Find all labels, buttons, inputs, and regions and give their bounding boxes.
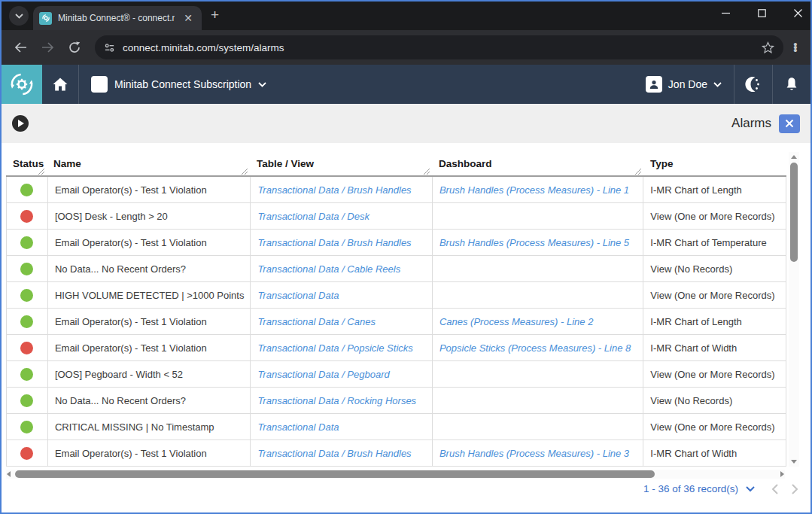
new-tab-button[interactable]: + bbox=[211, 7, 219, 23]
dashboard-link[interactable] bbox=[432, 203, 643, 229]
table-view-link[interactable]: Transactional Data / Brush Handles bbox=[250, 440, 432, 466]
table-view-link[interactable]: Transactional Data bbox=[250, 282, 432, 308]
forward-button[interactable] bbox=[36, 36, 59, 59]
column-resize-handle[interactable] bbox=[635, 169, 641, 175]
alarm-type-cell: View (One or More Records) bbox=[643, 361, 786, 387]
alarm-name-cell: [OOS] Pegboard - Width < 52 bbox=[47, 361, 250, 387]
status-cell bbox=[7, 177, 47, 202]
horizontal-scrollbar[interactable] bbox=[6, 470, 785, 479]
table-view-link[interactable]: Transactional Data / Desk bbox=[250, 203, 432, 229]
table-view-link[interactable]: Transactional Data / Cable Reels bbox=[250, 256, 432, 281]
minimize-button[interactable] bbox=[717, 5, 734, 21]
chevron-right-icon bbox=[792, 484, 798, 494]
table-row[interactable]: No Data... No Recent Orders? Transaction… bbox=[7, 388, 786, 414]
dashboard-link[interactable]: Brush Handles (Process Measures) - Line … bbox=[432, 177, 643, 202]
scroll-right-arrow[interactable] bbox=[780, 471, 784, 477]
table-row[interactable]: Email Operator(s) - Test 1 Violation Tra… bbox=[7, 230, 786, 256]
play-icon bbox=[17, 120, 24, 127]
column-header-name[interactable]: Name bbox=[47, 152, 250, 175]
dashboard-link[interactable] bbox=[432, 256, 643, 281]
alarms-content: Status Name Table / View Dashboard Type bbox=[2, 143, 810, 512]
column-header-label: Table / View bbox=[257, 158, 314, 169]
dashboard-link[interactable]: Canes (Process Measures) - Line 2 bbox=[432, 309, 643, 334]
notifications-button[interactable] bbox=[773, 65, 810, 104]
user-menu[interactable]: Jon Doe bbox=[634, 65, 734, 104]
url-text[interactable]: connect.minitab.com/system/alarms bbox=[123, 42, 754, 53]
alarm-name-cell: HIGH VOLUME DETECTED | >1000 Points bbox=[47, 282, 250, 308]
column-resize-handle[interactable] bbox=[424, 169, 430, 175]
column-header-type[interactable]: Type bbox=[643, 152, 786, 175]
panel-toolbar: Alarms bbox=[2, 104, 810, 143]
scroll-left-arrow[interactable] bbox=[7, 471, 11, 477]
dashboard-link[interactable] bbox=[432, 388, 643, 413]
page-title: Alarms bbox=[731, 116, 771, 131]
dashboard-link[interactable] bbox=[432, 361, 643, 387]
table-view-link[interactable]: Transactional Data / Rocking Horses bbox=[250, 388, 432, 413]
tab-close-icon[interactable]: ✕ bbox=[181, 11, 196, 25]
maximize-button[interactable] bbox=[753, 5, 770, 21]
table-row[interactable]: Email Operator(s) - Test 1 Violation Tra… bbox=[7, 309, 786, 335]
table-view-link[interactable]: Transactional Data bbox=[250, 414, 432, 439]
table-row[interactable]: HIGH VOLUME DETECTED | >1000 Points Tran… bbox=[7, 282, 786, 309]
home-icon bbox=[53, 78, 68, 91]
column-header-status[interactable]: Status bbox=[6, 152, 47, 175]
column-header-label: Type bbox=[650, 158, 674, 169]
column-header-table-view[interactable]: Table / View bbox=[250, 152, 432, 175]
tab-search-button[interactable] bbox=[9, 6, 29, 26]
reload-button[interactable] bbox=[63, 36, 86, 59]
table-view-link[interactable]: Transactional Data / Popsicle Sticks bbox=[250, 335, 432, 360]
alarm-name-cell: Email Operator(s) - Test 1 Violation bbox=[47, 177, 250, 202]
column-header-dashboard[interactable]: Dashboard bbox=[432, 152, 643, 175]
status-indicator bbox=[20, 236, 33, 249]
scroll-down-arrow[interactable] bbox=[791, 460, 797, 464]
tab-title: Minitab Connect® - connect.mi bbox=[58, 13, 175, 23]
vertical-scrollbar[interactable] bbox=[789, 152, 799, 467]
status-indicator bbox=[20, 184, 33, 196]
vertical-scrollbar-thumb[interactable] bbox=[790, 163, 798, 262]
close-window-button[interactable] bbox=[789, 5, 806, 21]
table-view-link[interactable]: Transactional Data / Brush Handles bbox=[250, 177, 432, 202]
column-resize-handle[interactable] bbox=[38, 169, 44, 175]
table-row[interactable]: Email Operator(s) - Test 1 Violation Tra… bbox=[7, 335, 786, 361]
status-indicator bbox=[20, 447, 33, 460]
table-view-link[interactable]: Transactional Data / Canes bbox=[250, 309, 432, 334]
expand-panel-button[interactable] bbox=[12, 115, 29, 132]
bookmark-star-icon[interactable] bbox=[762, 41, 774, 54]
close-icon bbox=[785, 119, 794, 128]
panel-title-group: Alarms bbox=[731, 114, 800, 133]
dashboard-link[interactable] bbox=[432, 282, 643, 308]
table-row[interactable]: Email Operator(s) - Test 1 Violation Tra… bbox=[7, 440, 786, 467]
back-button[interactable] bbox=[9, 36, 32, 59]
previous-page-button[interactable] bbox=[771, 484, 778, 494]
next-page-button[interactable] bbox=[792, 484, 798, 494]
alarm-type-cell: I-MR Chart of Length bbox=[643, 309, 786, 334]
scroll-up-arrow[interactable] bbox=[791, 155, 797, 159]
home-button[interactable] bbox=[42, 65, 78, 104]
dashboard-link[interactable] bbox=[432, 414, 643, 439]
browser-menu-icon[interactable]: ••• bbox=[788, 43, 803, 52]
user-avatar-icon bbox=[646, 76, 662, 93]
dashboard-link[interactable]: Brush Handles (Process Measures) - Line … bbox=[432, 230, 643, 255]
subscription-selector[interactable]: C Minitab Connect Subscription bbox=[79, 65, 278, 104]
table-view-link[interactable]: Transactional Data / Brush Handles bbox=[250, 230, 432, 255]
close-panel-button[interactable] bbox=[779, 114, 800, 133]
site-settings-icon[interactable] bbox=[104, 42, 115, 53]
user-name: Jon Doe bbox=[668, 78, 707, 90]
records-dropdown[interactable]: 1 - 36 of 36 record(s) bbox=[643, 483, 755, 494]
table-row[interactable]: [OOS] Desk - Length > 20 Transactional D… bbox=[7, 203, 786, 230]
table-row[interactable]: [OOS] Pegboard - Width < 52 Transactiona… bbox=[7, 361, 786, 388]
column-resize-handle[interactable] bbox=[242, 169, 248, 175]
address-bar[interactable]: connect.minitab.com/system/alarms bbox=[95, 35, 783, 59]
browser-tab[interactable]: Minitab Connect® - connect.mi ✕ bbox=[33, 6, 202, 30]
alarm-name-cell: Email Operator(s) - Test 1 Violation bbox=[47, 335, 250, 360]
horizontal-scrollbar-thumb[interactable] bbox=[15, 470, 655, 478]
night-mode-button[interactable] bbox=[734, 65, 772, 104]
table-row[interactable]: Email Operator(s) - Test 1 Violation Tra… bbox=[7, 177, 786, 203]
dashboard-link[interactable]: Popsicle Sticks (Process Measures) - Lin… bbox=[432, 335, 643, 360]
table-row[interactable]: CRITICAL MISSING | No Timestamp Transact… bbox=[7, 414, 786, 440]
table-view-link[interactable]: Transactional Data / Pegboard bbox=[250, 361, 432, 387]
chevron-down-icon bbox=[746, 486, 755, 492]
table-row[interactable]: No Data... No Recent Orders? Transaction… bbox=[7, 256, 786, 282]
dashboard-link[interactable]: Brush Handles (Process Measures) - Line … bbox=[432, 440, 643, 466]
minitab-connect-logo[interactable] bbox=[2, 65, 42, 104]
